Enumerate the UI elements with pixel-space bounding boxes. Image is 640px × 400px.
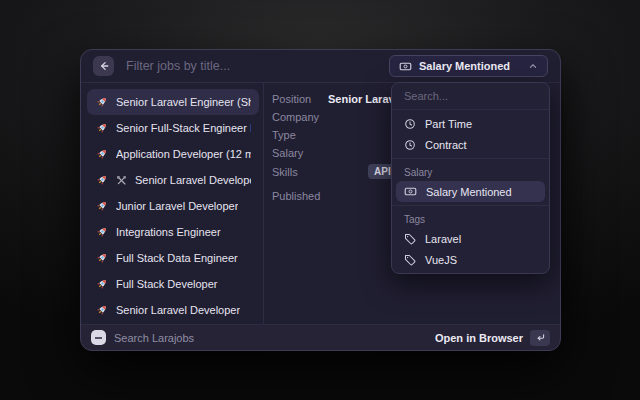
return-glyph-icon	[535, 332, 546, 343]
job-title: Senior Laravel Developer	[116, 304, 240, 316]
desktop-background: Salary Mentioned Senior Laravel Engineer…	[0, 0, 640, 400]
top-bar: Salary Mentioned	[81, 50, 560, 83]
dropdown-item-label: Laravel	[425, 233, 461, 245]
dropdown-group-salary: Salary Salary Mentioned	[392, 159, 549, 206]
job-row[interactable]: Application Developer (12 mont...	[87, 141, 259, 167]
rocket-icon	[95, 226, 108, 239]
extension-title: Search Larajobs	[114, 332, 435, 344]
job-row[interactable]: Senior Laravel Developer	[87, 297, 259, 323]
dropdown-item-part-time[interactable]: Part Time	[396, 113, 545, 134]
rocket-icon	[95, 200, 108, 213]
job-title: Full Stack Data Engineer	[116, 252, 238, 264]
job-title: Application Developer (12 mont...	[116, 148, 251, 160]
filter-button-label: Salary Mentioned	[419, 60, 521, 72]
banknote-icon	[399, 60, 412, 73]
job-title: Senior Laravel Developer (T...	[135, 174, 251, 186]
rocket-icon	[95, 252, 108, 265]
open-in-browser-label: Open in Browser	[435, 332, 523, 344]
job-row[interactable]: Full Stack Data Engineer	[87, 245, 259, 271]
job-title: Integrations Engineer	[116, 226, 221, 238]
dropdown-section-tags: Tags	[396, 209, 545, 228]
job-row[interactable]: Full Stack Developer	[87, 271, 259, 297]
filter-dropdown-panel: Part Time Contract Salary Salary Mention…	[391, 82, 550, 274]
dropdown-group-type: Part Time Contract	[392, 110, 549, 159]
job-title: Full Stack Developer	[116, 278, 218, 290]
status-bar: Search Larajobs Open in Browser	[81, 324, 560, 350]
clock-icon	[404, 118, 416, 130]
tag-icon	[404, 254, 416, 266]
rocket-icon	[95, 148, 108, 161]
detail-label: Company	[272, 111, 319, 123]
job-row[interactable]: Senior Laravel Developer (T...	[87, 167, 259, 193]
job-title: Junior Laravel Developer	[116, 200, 238, 212]
clock-icon	[404, 139, 416, 151]
extension-icon	[91, 330, 106, 345]
enter-key-icon	[530, 330, 550, 346]
open-in-browser-button[interactable]: Open in Browser	[435, 330, 550, 346]
back-arrow-icon	[98, 60, 110, 72]
dropdown-group-tags: Tags Laravel VueJS	[392, 206, 549, 273]
detail-label: Type	[272, 129, 296, 141]
detail-label: Published	[272, 190, 320, 202]
rocket-icon	[95, 174, 108, 187]
job-row[interactable]: Junior Laravel Developer	[87, 193, 259, 219]
dropdown-search-row	[392, 83, 549, 110]
rocket-icon	[95, 304, 108, 317]
dropdown-item-label: Part Time	[425, 118, 472, 130]
detail-label: Salary	[272, 147, 303, 159]
dropdown-item-salary-mentioned[interactable]: Salary Mentioned	[396, 181, 545, 202]
rocket-icon	[95, 278, 108, 291]
rocket-icon	[95, 96, 108, 109]
dropdown-item-label: Contract	[425, 139, 467, 151]
detail-label: Skills	[272, 166, 298, 178]
dropdown-item-laravel[interactable]: Laravel	[396, 228, 545, 249]
tag-icon	[404, 233, 416, 245]
job-row[interactable]: Integrations Engineer	[87, 219, 259, 245]
job-title: Senior Laravel Engineer (Shapin...	[116, 96, 251, 108]
dropdown-item-contract[interactable]: Contract	[396, 134, 545, 155]
hammer-wrench-icon	[116, 175, 127, 186]
dropdown-item-label: Salary Mentioned	[426, 186, 512, 198]
job-row[interactable]: Senior Full-Stack Engineer II, Ac...	[87, 115, 259, 141]
dropdown-section-salary: Salary	[396, 162, 545, 181]
launcher-window: Salary Mentioned Senior Laravel Engineer…	[80, 49, 561, 351]
dropdown-search-input[interactable]	[404, 90, 537, 102]
rocket-icon	[95, 122, 108, 135]
dropdown-item-vuejs[interactable]: VueJS	[396, 249, 545, 270]
job-list: Senior Laravel Engineer (Shapin... Senio…	[81, 83, 263, 324]
job-filter-input[interactable]	[126, 59, 389, 73]
dropdown-item-label: VueJS	[425, 254, 457, 266]
banknote-icon	[404, 185, 417, 198]
back-button[interactable]	[93, 56, 114, 76]
salary-filter-dropdown-button[interactable]: Salary Mentioned	[389, 55, 548, 77]
detail-label: Position	[272, 93, 311, 105]
chevron-up-icon	[528, 61, 538, 71]
job-row[interactable]: Senior Laravel Engineer (Shapin...	[87, 89, 259, 115]
job-title: Senior Full-Stack Engineer II, Ac...	[116, 122, 251, 134]
